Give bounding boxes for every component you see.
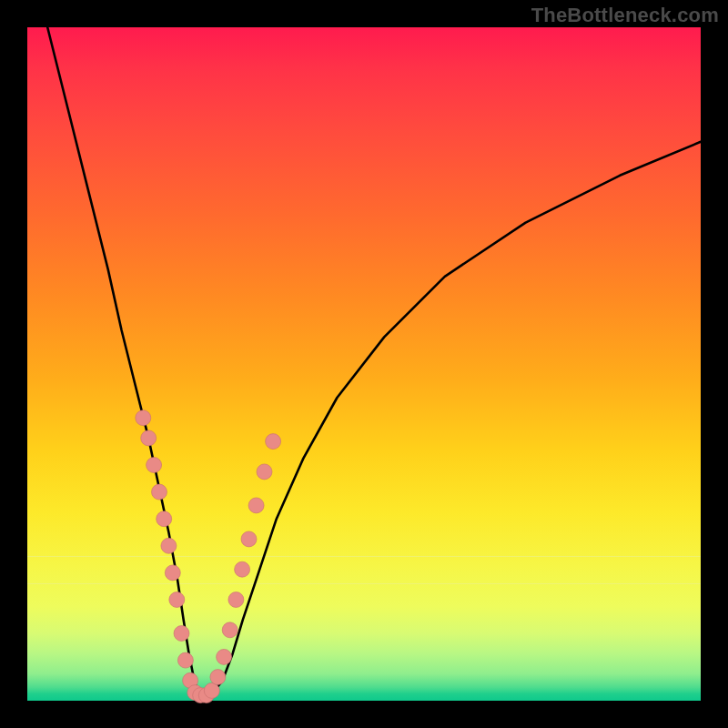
marker-dot [241,531,257,547]
marker-dot [248,498,264,513]
marker-dot [147,458,162,473]
v-curve-line [47,27,701,697]
marker-dot [222,622,238,638]
marker-dot [177,652,193,668]
marker-dot [165,565,180,581]
marker-dot [161,538,177,553]
marker-dot [157,511,172,527]
marker-dot [141,430,157,446]
marker-dot [136,410,151,426]
marker-dot [228,592,244,608]
marker-dot [204,682,219,698]
watermark-text: TheBottleneck.com [531,4,719,27]
marker-dot [266,434,281,450]
marker-dot [152,484,167,500]
marker-dot [235,561,250,577]
marker-dot [257,464,272,480]
marker-dot [217,649,232,664]
plot-area [27,27,701,701]
marker-dot [169,592,185,608]
marker-dot [210,670,226,685]
curve-layer [27,27,701,701]
marker-dot [174,626,189,642]
highlight-markers [136,410,281,703]
chart-frame: TheBottleneck.com [0,0,728,728]
